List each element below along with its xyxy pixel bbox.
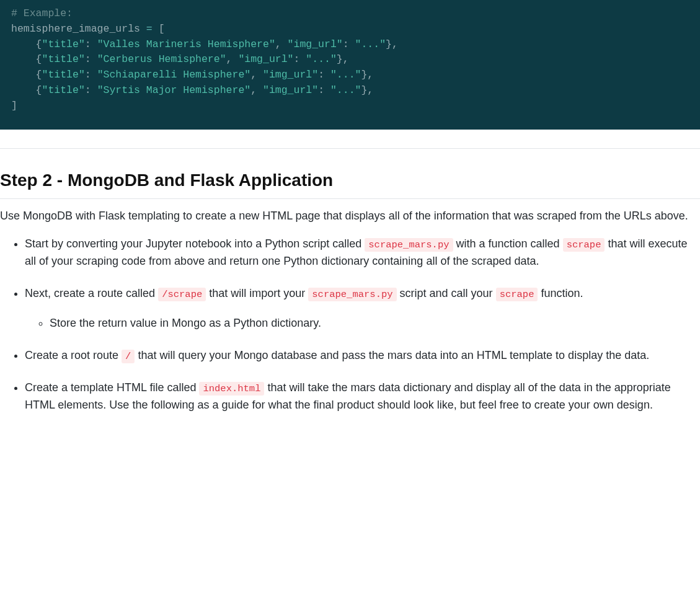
list-text-fragment: script and call your bbox=[397, 287, 496, 299]
list-text-fragment: function. bbox=[538, 287, 583, 299]
intro-paragraph: Use MongoDB with Flask templating to cre… bbox=[0, 208, 700, 224]
list-text-fragment: Create a template HTML file called bbox=[25, 381, 199, 394]
list-text-fragment: Create a root route bbox=[25, 349, 122, 361]
inline-code: scrape_mars.py bbox=[365, 238, 453, 252]
code-close-bracket: ] bbox=[11, 100, 17, 112]
inline-code: scrape_mars.py bbox=[308, 288, 396, 301]
example-code-block: # Example: hemisphere_image_urls = [ {"t… bbox=[0, 0, 700, 130]
inline-code: scrape bbox=[496, 288, 538, 301]
list-text-fragment: that will query your Mongo database and … bbox=[135, 349, 649, 361]
inline-code: /scrape bbox=[158, 288, 206, 301]
inline-code: / bbox=[122, 350, 135, 363]
instruction-list: Start by converting your Jupyter noteboo… bbox=[0, 236, 700, 413]
code-title-key: "title" bbox=[42, 38, 85, 50]
code-title-val: "Valles Marineris Hemisphere" bbox=[97, 38, 275, 50]
list-item: Create a template HTML file called index… bbox=[25, 379, 700, 414]
list-text-fragment: with a function called bbox=[453, 237, 563, 250]
inline-code: scrape bbox=[563, 238, 605, 252]
list-item: Create a root route / that will query yo… bbox=[25, 347, 700, 365]
code-url-key: "img_url" bbox=[288, 38, 343, 50]
list-text-fragment: Start by converting your Jupyter noteboo… bbox=[25, 237, 365, 250]
document-page: # Example: hemisphere_image_urls = [ {"t… bbox=[0, 0, 700, 453]
list-item: Start by converting your Jupyter noteboo… bbox=[25, 236, 700, 270]
list-text-fragment: that will import your bbox=[206, 287, 308, 299]
list-item: Next, create a route called /scrape that… bbox=[25, 285, 700, 332]
sub-list: Store the return value in Mongo as a Pyt… bbox=[25, 315, 700, 332]
code-comment: # Example: bbox=[11, 7, 73, 19]
step-heading: Step 2 - MongoDB and Flask Application bbox=[0, 167, 700, 199]
code-op: = bbox=[146, 23, 153, 35]
inline-code: index.html bbox=[199, 382, 264, 396]
code-var: hemisphere_image_urls bbox=[11, 23, 140, 35]
code-open-bracket: [ bbox=[159, 23, 165, 35]
code-url-val: "..." bbox=[355, 38, 386, 50]
sub-list-item: Store the return value in Mongo as a Pyt… bbox=[50, 315, 700, 332]
section-divider bbox=[0, 148, 700, 149]
list-text-fragment: Next, create a route called bbox=[25, 287, 158, 299]
